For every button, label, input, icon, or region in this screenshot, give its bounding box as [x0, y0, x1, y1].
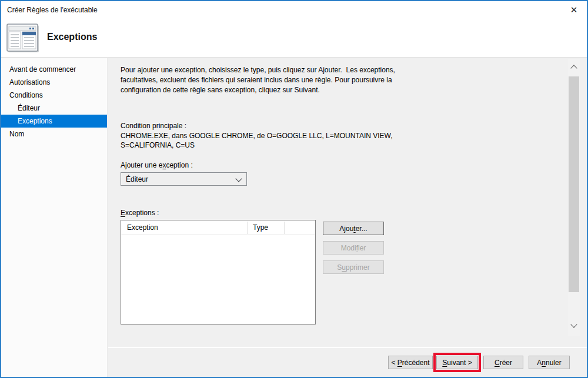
previous-button[interactable]: < Précédent — [388, 356, 433, 369]
sidebar-item-avant-de-commencer[interactable]: Avant de commencer — [1, 63, 107, 76]
delete-button[interactable]: Supprimer — [323, 260, 384, 274]
condition-label: Condition principale : — [121, 122, 186, 130]
exception-type-select[interactable]: Éditeur — [121, 172, 247, 186]
close-icon[interactable]: ✕ — [567, 4, 581, 16]
exceptions-list[interactable]: Exception Type — [121, 220, 316, 325]
title-bar: Créer Règles de l'exécutable ✕ — [1, 1, 587, 19]
sidebar-item-autorisations[interactable]: Autorisations — [1, 76, 107, 89]
modify-button[interactable]: Modifier — [323, 241, 384, 255]
add-exception-label: Ajouter une exception : — [121, 161, 193, 169]
footer-button-bar: < Précédent Suivant > Créer Annuler — [108, 348, 587, 378]
scrollbar-down-icon[interactable] — [570, 321, 577, 327]
cancel-button[interactable]: Annuler — [529, 356, 570, 369]
exceptions-list-label: Exceptions : — [121, 209, 159, 217]
column-divider — [284, 222, 285, 234]
column-divider — [247, 222, 248, 234]
exception-type-selected-value: Éditeur — [126, 175, 148, 183]
next-button-highlight: Suivant > — [433, 353, 481, 372]
sidebar-item-conditions[interactable]: Conditions — [1, 89, 107, 102]
main-panel: Pour ajouter une exception, choisissez l… — [108, 58, 587, 347]
condition-value: CHROME.EXE, dans GOOGLE CHROME, de O=GOO… — [121, 131, 409, 150]
exceptions-list-header: Exception Type — [121, 220, 315, 235]
add-button[interactable]: Ajouter... — [323, 222, 384, 235]
column-header-type[interactable]: Type — [253, 223, 268, 232]
vertical-scrollbar[interactable] — [568, 59, 580, 336]
sidebar-item-exceptions[interactable]: Exceptions — [1, 115, 107, 128]
wizard-header: Exceptions — [1, 19, 587, 58]
sidebar-item-editeur[interactable]: Éditeur — [1, 102, 107, 115]
next-button[interactable]: Suivant > — [436, 356, 478, 369]
sidebar-item-nom[interactable]: Nom — [1, 128, 107, 141]
column-header-exception[interactable]: Exception — [127, 223, 158, 232]
page-title: Exceptions — [47, 32, 97, 42]
wizard-steps-sidebar: Avant de commencer Autorisations Conditi… — [1, 58, 108, 378]
window-title: Créer Règles de l'exécutable — [7, 6, 98, 14]
scrollbar-thumb[interactable] — [569, 76, 579, 292]
chevron-down-icon — [235, 175, 242, 182]
wizard-window-icon — [6, 24, 39, 55]
intro-text: Pour ajouter une exception, choisissez l… — [121, 65, 422, 95]
create-button[interactable]: Créer — [483, 356, 523, 369]
scrollbar-up-icon[interactable] — [570, 65, 577, 71]
wizard-window: Créer Règles de l'exécutable ✕ — [0, 0, 588, 378]
